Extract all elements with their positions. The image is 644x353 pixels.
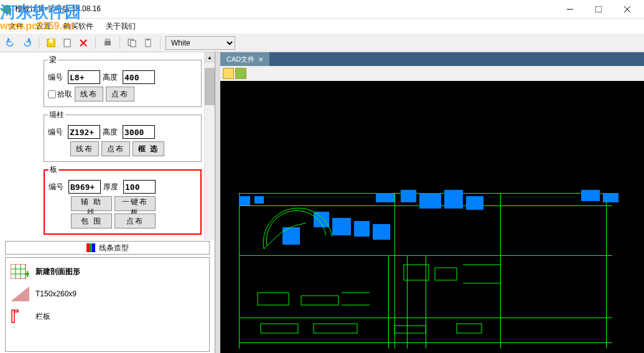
- beam-pick-checkbox[interactable]: 拾取: [48, 89, 72, 100]
- save-button[interactable]: [44, 36, 58, 50]
- beam-legend: 梁: [48, 55, 58, 65]
- cad-tab-label: CAD文件: [226, 55, 254, 64]
- section-header: 线条造型: [5, 241, 210, 255]
- wall-height-input[interactable]: [123, 125, 155, 139]
- svg-rect-9: [105, 41, 111, 45]
- svg-rect-36: [457, 324, 482, 333]
- menu-about[interactable]: 关于我们: [100, 20, 142, 33]
- wall-id-label: 编号: [48, 127, 65, 138]
- svg-rect-29: [404, 265, 429, 280]
- beam-height-input[interactable]: [123, 70, 155, 84]
- titlebar: 模板计算-学习版 18.08.16: [0, 0, 644, 19]
- slab-legend: 板: [49, 164, 58, 175]
- stairs-icon: [11, 286, 29, 301]
- list-item-label: T150x260x9: [35, 289, 77, 298]
- list-item[interactable]: + 新建剖面图形: [8, 260, 207, 283]
- left-panel: 梁 编号 高度 拾取 线布 点布: [0, 52, 215, 353]
- beam-height-label: 高度: [103, 72, 120, 83]
- slab-enclose-button[interactable]: 包 围: [71, 214, 112, 228]
- svg-rect-15: [11, 264, 26, 279]
- slab-thick-input[interactable]: [123, 180, 156, 194]
- print-button[interactable]: [101, 36, 114, 50]
- scroll-thumb[interactable]: [205, 68, 215, 105]
- cad-viewport[interactable]: [220, 81, 644, 353]
- maximize-button[interactable]: [584, 0, 613, 19]
- grid-icon: [86, 243, 95, 252]
- svg-rect-6: [64, 39, 70, 47]
- section-header-label: 线条造型: [99, 243, 129, 253]
- wall-fieldset: 墙柱 编号 高度 线布 点布 框 选: [44, 110, 202, 162]
- list-item[interactable]: T150x260x9: [8, 283, 207, 305]
- left-scrollbar[interactable]: ▲: [204, 52, 215, 240]
- paste-button[interactable]: [141, 36, 155, 50]
- list-item-label: 栏板: [35, 311, 50, 322]
- cad-tabs: CAD文件 ×: [220, 52, 644, 66]
- svg-line-22: [273, 232, 282, 240]
- beam-id-label: 编号: [48, 72, 65, 83]
- slab-id-label: 编号: [49, 182, 66, 192]
- cad-toolbar: [220, 66, 644, 81]
- undo-button[interactable]: [4, 36, 17, 50]
- slab-onekey-button[interactable]: 一键布板: [114, 196, 156, 211]
- minimize-button[interactable]: [556, 0, 584, 19]
- new-section-icon: +: [11, 264, 29, 279]
- svg-line-24: [294, 223, 306, 226]
- wall-box-button[interactable]: 框 选: [133, 141, 164, 156]
- svg-text:+: +: [24, 268, 29, 279]
- svg-rect-12: [131, 40, 136, 47]
- list-item[interactable]: 栏板: [8, 305, 207, 327]
- menu-buy[interactable]: 购买软件: [57, 20, 100, 33]
- svg-rect-25: [258, 293, 289, 305]
- tab-close-icon[interactable]: ×: [258, 55, 263, 64]
- cad-tool-1[interactable]: [223, 68, 234, 79]
- copy-button[interactable]: [125, 36, 139, 50]
- delete-button[interactable]: [77, 36, 90, 50]
- cad-pane: CAD文件 ×: [220, 52, 644, 353]
- svg-rect-14: [147, 39, 149, 40]
- redo-button[interactable]: [20, 36, 34, 50]
- color-select[interactable]: White: [166, 36, 235, 50]
- menu-file[interactable]: 文件: [2, 20, 30, 33]
- menubar: 文件 设置 购买软件 关于我们: [0, 19, 644, 34]
- beam-point-button[interactable]: 点布: [106, 87, 134, 101]
- beam-line-button[interactable]: 线布: [75, 87, 103, 101]
- list-item-label: 新建剖面图形: [35, 266, 80, 277]
- svg-rect-1: [595, 6, 602, 12]
- shape-list: + 新建剖面图形 T150x260x9 栏板: [5, 257, 210, 352]
- wall-id-input[interactable]: [68, 125, 100, 139]
- slab-fieldset: 板 编号 厚度 辅 助 线 一键布板: [44, 164, 202, 235]
- plate-icon: [11, 309, 29, 324]
- slab-aux-button[interactable]: 辅 助 线: [71, 196, 112, 211]
- beam-fieldset: 梁 编号 高度 拾取 线布 点布: [44, 55, 202, 107]
- svg-rect-30: [435, 268, 457, 280]
- beam-id-input[interactable]: [68, 70, 100, 84]
- svg-rect-35: [394, 326, 426, 333]
- new-button[interactable]: [60, 36, 74, 50]
- svg-line-21: [264, 240, 273, 249]
- menu-settings[interactable]: 设置: [30, 20, 57, 33]
- toolbar: White: [0, 34, 644, 52]
- svg-line-23: [282, 226, 294, 232]
- scroll-up-icon[interactable]: ▲: [205, 52, 215, 63]
- splitter[interactable]: [215, 52, 220, 353]
- wall-legend: 墙柱: [48, 110, 65, 120]
- cad-tab[interactable]: CAD文件 ×: [220, 52, 269, 66]
- window-title: 模板计算-学习版 18.08.16: [15, 4, 556, 14]
- slab-id-input[interactable]: [68, 180, 101, 194]
- wall-line-button[interactable]: 线布: [70, 141, 99, 156]
- wall-height-label: 高度: [103, 127, 120, 138]
- svg-rect-5: [49, 39, 53, 42]
- wall-point-button[interactable]: 点布: [101, 141, 130, 156]
- slab-point-button[interactable]: 点布: [114, 214, 156, 228]
- svg-rect-10: [106, 39, 110, 41]
- svg-rect-26: [301, 296, 338, 305]
- cad-tool-2[interactable]: [235, 68, 246, 79]
- svg-rect-33: [261, 324, 298, 333]
- close-button[interactable]: [613, 0, 642, 19]
- app-icon: [2, 5, 11, 14]
- svg-rect-34: [314, 324, 357, 333]
- slab-thick-label: 厚度: [103, 182, 121, 192]
